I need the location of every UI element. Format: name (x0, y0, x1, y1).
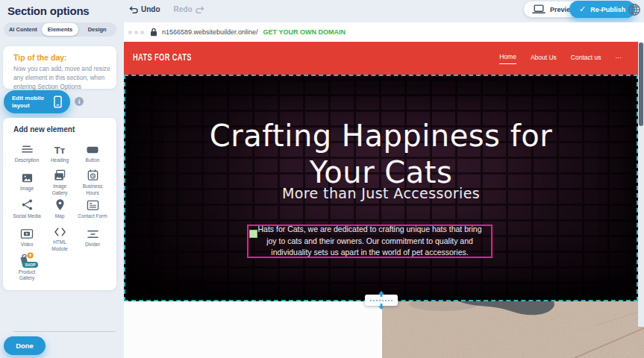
element-item-heading[interactable]: Tт Heading (43, 140, 76, 169)
panel-tab-bar: AI Content Elements Design (4, 22, 116, 37)
add-element-title: Add new element (13, 125, 75, 134)
site-url[interactable]: n1566589.websitebuilder.online/ (162, 28, 258, 36)
text-lines-icon (21, 144, 34, 155)
next-section-left[interactable] (124, 301, 382, 358)
get-domain-link[interactable]: GET YOUR OWN DOMAIN (263, 28, 346, 36)
redo-icon (196, 6, 205, 13)
tip-title: Tip of the day: (13, 53, 67, 62)
section-resize-handle[interactable] (364, 291, 398, 310)
panel-divider (13, 331, 116, 332)
nav-more-icon[interactable]: ··· (616, 54, 622, 64)
element-item-social-media[interactable]: Social Media (10, 196, 43, 224)
edit-mobile-label: Edit mobile layout (12, 95, 48, 109)
website-builder-app: Section options Undo Redo Preview ✓ Re-P… (0, 0, 644, 358)
element-grid: Description Tт Heading Button Image Imag… (10, 140, 109, 280)
element-drag-handle[interactable] (249, 230, 257, 238)
divider-icon (87, 229, 99, 239)
tab-elements[interactable]: Elements (42, 23, 79, 36)
tip-of-the-day-card: Tip of the day: Now you can add, move an… (3, 46, 116, 89)
hero-subheading[interactable]: More than Just Accessories (125, 185, 637, 201)
tab-ai-content[interactable]: AI Content (4, 23, 42, 36)
next-section-image[interactable] (382, 301, 644, 358)
nav-contact[interactable]: Contact us (571, 54, 601, 64)
video-icon (20, 228, 34, 239)
globe-icon[interactable] (628, 3, 641, 16)
button-icon (86, 144, 99, 155)
image-gallery-icon (53, 169, 66, 181)
hero-heading[interactable]: Crafting Happiness for Your Cats (173, 118, 589, 191)
phone-icon (54, 95, 62, 108)
undo-redo-group: Undo Redo (128, 5, 205, 13)
site-header: HATS FOR CATS Home About Us Contact us ·… (124, 42, 638, 75)
hero-text-element[interactable]: Hats for Cats, we are dedicated to craft… (247, 224, 493, 258)
share-icon (21, 198, 34, 211)
redo-button[interactable]: Redo (174, 5, 205, 13)
element-item-image-gallery[interactable]: Image Gallery (43, 169, 76, 197)
site-logo[interactable]: HATS FOR CATS (133, 51, 192, 62)
contact-form-icon (87, 199, 99, 211)
element-item-product-gallery[interactable]: SHOP Product Gallery (10, 252, 43, 280)
check-icon: ✓ (579, 4, 586, 14)
laptop-icon (532, 4, 545, 14)
element-item-video[interactable]: Video (10, 224, 43, 253)
site-nav: Home About Us Contact us ··· (499, 53, 622, 64)
info-icon[interactable]: i (75, 97, 84, 106)
nav-about[interactable]: About Us (531, 54, 557, 64)
done-label: Done (16, 342, 34, 350)
nav-home[interactable]: Home (499, 53, 516, 64)
republish-label: Re-Publish (590, 6, 625, 13)
element-item-html-module[interactable]: HTML Module (43, 224, 76, 253)
map-pin-icon (54, 198, 66, 211)
element-item-map[interactable]: Map (43, 196, 76, 224)
element-item-button[interactable]: Button (76, 140, 109, 169)
republish-button[interactable]: ✓ Re-Publish (569, 1, 635, 18)
tip-body: Now you can add, move and resize any ele… (13, 65, 111, 91)
edit-mobile-layout-button[interactable]: Edit mobile layout (4, 90, 70, 113)
shop-badge: SHOP (22, 262, 38, 268)
business-hours-icon (87, 169, 99, 181)
preview-scrollbar-thumb[interactable] (639, 43, 643, 126)
code-icon (54, 227, 66, 237)
sand-floor-image (382, 301, 644, 358)
element-item-image[interactable]: Image (10, 169, 43, 197)
image-icon (21, 172, 34, 183)
lock-icon (150, 28, 157, 37)
arrow-up-icon (378, 291, 385, 297)
element-item-description[interactable]: Description (10, 140, 43, 169)
element-item-divider[interactable]: Divider (76, 224, 109, 253)
page-title: Section options (7, 4, 90, 17)
add-element-card: Add new element Description Tт Heading B… (3, 118, 116, 290)
hero-paragraph: Hats for Cats, we are dedicated to craft… (248, 224, 491, 259)
heading-icon: Tт (54, 145, 65, 155)
undo-label: Undo (141, 5, 160, 13)
element-item-business-hours[interactable]: Business Hours (76, 169, 109, 197)
redo-label: Redo (174, 5, 193, 13)
selected-hero-section[interactable]: Crafting Happiness for Your Cats More th… (124, 75, 638, 301)
browser-dots (128, 31, 144, 34)
element-item-contact-form[interactable]: Contact Form (76, 196, 109, 224)
undo-icon (128, 6, 138, 13)
tab-design[interactable]: Design (78, 23, 116, 36)
arrow-down-icon (378, 304, 385, 310)
browser-address-bar: n1566589.websitebuilder.online/ GET YOUR… (124, 22, 644, 42)
undo-button[interactable]: Undo (128, 5, 160, 13)
done-button[interactable]: Done (4, 336, 46, 355)
